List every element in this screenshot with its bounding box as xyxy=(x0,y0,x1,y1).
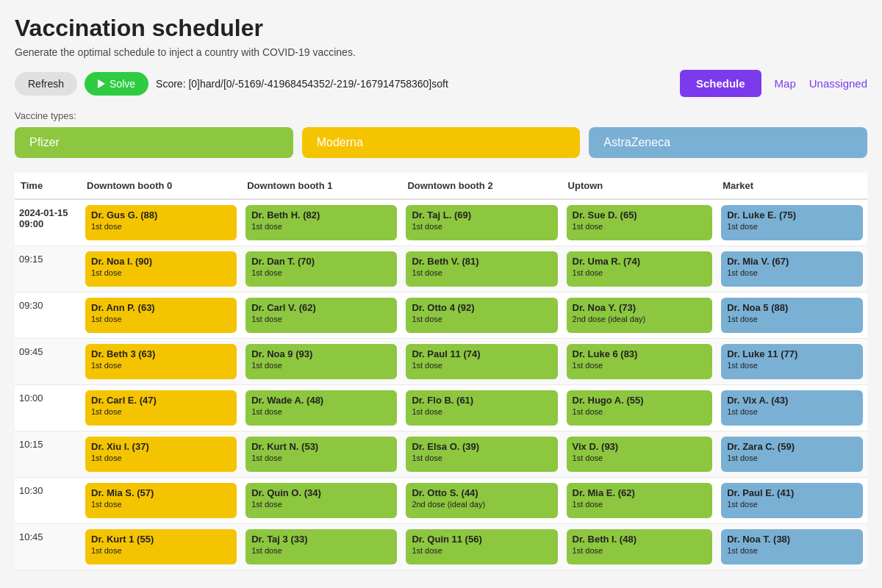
appointment-card[interactable]: Dr. Kurt 1 (55)1st dose xyxy=(85,529,237,564)
appointment-card[interactable]: Dr. Carl V. (62)1st dose xyxy=(245,298,397,333)
patient-name: Dr. Carl V. (62) xyxy=(251,302,391,313)
dose-info: 1st dose xyxy=(573,222,707,231)
dose-info: 1st dose xyxy=(251,453,391,462)
dose-info: 2nd dose (ideal day) xyxy=(573,315,707,323)
map-button[interactable]: Map xyxy=(775,77,796,90)
appointment-card[interactable]: Dr. Quin O. (34)1st dose xyxy=(245,483,397,518)
time-cell: 10:00 xyxy=(15,385,81,431)
dose-info: 1st dose xyxy=(91,268,231,277)
table-row: 09:15Dr. Noa I. (90)1st doseDr. Dan T. (… xyxy=(15,246,867,293)
appointment-card[interactable]: Dr. Taj 3 (33)1st dose xyxy=(245,529,397,564)
appointment-cell: Vix D. (93)1st dose xyxy=(562,431,717,478)
appointment-card[interactable]: Dr. Sue D. (65)1st dose xyxy=(567,205,713,240)
dose-info: 1st dose xyxy=(251,361,391,370)
appointment-cell: Dr. Uma R. (74)1st dose xyxy=(562,246,717,293)
page-subtitle: Generate the optimal schedule to inject … xyxy=(15,46,867,58)
dose-info: 1st dose xyxy=(91,500,231,509)
appointment-card[interactable]: Dr. Paul E. (41)1st dose xyxy=(721,483,863,518)
appointment-card[interactable]: Dr. Mia E. (62)1st dose xyxy=(567,483,713,518)
appointment-card[interactable]: Dr. Taj L. (69)1st dose xyxy=(406,205,557,240)
appointment-card[interactable]: Dr. Noa I. (90)1st dose xyxy=(85,251,237,287)
appointment-cell: Dr. Mia E. (62)1st dose xyxy=(562,478,717,524)
appointment-cell: Dr. Beth V. (81)1st dose xyxy=(401,246,562,293)
appointment-card[interactable]: Dr. Luke E. (75)1st dose xyxy=(721,205,863,240)
appointment-card[interactable]: Dr. Paul 11 (74)1st dose xyxy=(406,344,557,379)
appointment-card[interactable]: Dr. Noa T. (38)1st dose xyxy=(721,529,863,564)
table-row: 10:15Dr. Xiu I. (37)1st doseDr. Kurt N. … xyxy=(15,431,867,478)
appointment-cell: Dr. Noa 9 (93)1st dose xyxy=(241,339,401,385)
appointment-card[interactable]: Vix D. (93)1st dose xyxy=(567,437,713,472)
dose-info: 1st dose xyxy=(91,407,231,416)
col-time: Time xyxy=(15,173,81,199)
patient-name: Vix D. (93) xyxy=(573,441,707,452)
appointment-card[interactable]: Dr. Vix A. (43)1st dose xyxy=(721,390,863,426)
dose-info: 1st dose xyxy=(573,407,707,416)
appointment-card[interactable]: Dr. Luke 6 (83)1st dose xyxy=(567,344,713,379)
appointment-card[interactable]: Dr. Flo B. (61)1st dose xyxy=(406,390,557,426)
appointment-cell: Dr. Luke 11 (77)1st dose xyxy=(717,339,867,385)
appointment-card[interactable]: Dr. Beth V. (81)1st dose xyxy=(406,251,557,287)
appointment-cell: Dr. Taj L. (69)1st dose xyxy=(401,199,562,246)
table-header-row: Time Downtown booth 0 Downtown booth 1 D… xyxy=(15,173,867,199)
appointment-card[interactable]: Dr. Quin 11 (56)1st dose xyxy=(406,529,557,564)
appointment-card[interactable]: Dr. Zara C. (59)1st dose xyxy=(721,437,863,472)
patient-name: Dr. Mia S. (57) xyxy=(91,487,231,498)
schedule-table: Time Downtown booth 0 Downtown booth 1 D… xyxy=(15,173,867,570)
appointment-card[interactable]: Dr. Kurt N. (53)1st dose xyxy=(245,437,397,472)
appointment-cell: Dr. Noa Y. (73)2nd dose (ideal day) xyxy=(562,293,717,339)
appointment-card[interactable]: Dr. Wade A. (48)1st dose xyxy=(245,390,397,426)
time-cell: 2024-01-15 09:00 xyxy=(15,199,81,246)
appointment-cell: Dr. Quin 11 (56)1st dose xyxy=(401,524,562,570)
patient-name: Dr. Kurt N. (53) xyxy=(251,441,391,452)
appointment-cell: Dr. Beth H. (82)1st dose xyxy=(241,199,401,246)
patient-name: Dr. Beth V. (81) xyxy=(412,256,551,267)
solve-button[interactable]: Solve xyxy=(85,72,148,96)
appointment-card[interactable]: Dr. Xiu I. (37)1st dose xyxy=(85,437,237,472)
appointment-cell: Dr. Sue D. (65)1st dose xyxy=(562,199,717,246)
unassigned-button[interactable]: Unassigned xyxy=(809,77,867,90)
appointment-card[interactable]: Dr. Gus G. (88)1st dose xyxy=(85,205,237,240)
appointment-cell: Dr. Mia S. (57)1st dose xyxy=(81,478,241,524)
appointment-card[interactable]: Dr. Noa Y. (73)2nd dose (ideal day) xyxy=(567,298,713,333)
appointment-card[interactable]: Dr. Beth 3 (63)1st dose xyxy=(85,344,237,379)
vaccine-astrazeneca: AstraZeneca xyxy=(589,127,867,158)
dose-info: 1st dose xyxy=(727,453,857,462)
appointment-card[interactable]: Dr. Beth I. (48)1st dose xyxy=(567,529,713,564)
appointment-cell: Dr. Kurt 1 (55)1st dose xyxy=(81,524,241,570)
appointment-cell: Dr. Xiu I. (37)1st dose xyxy=(81,431,241,478)
patient-name: Dr. Beth H. (82) xyxy=(251,209,391,220)
appointment-card[interactable]: Dr. Luke 11 (77)1st dose xyxy=(721,344,863,379)
patient-name: Dr. Beth I. (48) xyxy=(573,534,707,545)
col-downtown0: Downtown booth 0 xyxy=(81,173,241,199)
appointment-card[interactable]: Dr. Uma R. (74)1st dose xyxy=(567,251,713,287)
schedule-button[interactable]: Schedule xyxy=(680,70,761,97)
appointment-cell: Dr. Otto 4 (92)1st dose xyxy=(401,293,562,339)
time-cell: 09:45 xyxy=(15,339,81,385)
appointment-card[interactable]: Dr. Beth H. (82)1st dose xyxy=(245,205,397,240)
patient-name: Dr. Luke 11 (77) xyxy=(727,348,857,359)
appointment-card[interactable]: Dr. Otto S. (44)2nd dose (ideal day) xyxy=(406,483,557,518)
appointment-card[interactable]: Dr. Mia V. (67)1st dose xyxy=(721,251,863,287)
appointment-card[interactable]: Dr. Noa 5 (88)1st dose xyxy=(721,298,863,333)
appointment-card[interactable]: Dr. Hugo A. (55)1st dose xyxy=(567,390,713,426)
refresh-button[interactable]: Refresh xyxy=(15,72,77,96)
appointment-card[interactable]: Dr. Mia S. (57)1st dose xyxy=(85,483,237,518)
appointment-card[interactable]: Dr. Otto 4 (92)1st dose xyxy=(406,298,557,333)
patient-name: Dr. Wade A. (48) xyxy=(251,395,391,406)
appointment-card[interactable]: Dr. Dan T. (70)1st dose xyxy=(245,251,397,287)
appointment-card[interactable]: Dr. Noa 9 (93)1st dose xyxy=(245,344,397,379)
patient-name: Dr. Noa 9 (93) xyxy=(251,348,391,359)
appointment-card[interactable]: Dr. Carl E. (47)1st dose xyxy=(85,390,237,426)
dose-info: 1st dose xyxy=(573,268,707,277)
appointment-cell: Dr. Hugo A. (55)1st dose xyxy=(562,385,717,431)
appointment-card[interactable]: Dr. Ann P. (63)1st dose xyxy=(85,298,237,333)
appointment-cell: Dr. Mia V. (67)1st dose xyxy=(717,246,867,293)
patient-name: Dr. Kurt 1 (55) xyxy=(91,534,231,545)
patient-name: Dr. Otto S. (44) xyxy=(412,487,551,498)
patient-name: Dr. Noa T. (38) xyxy=(727,534,857,545)
patient-name: Dr. Flo B. (61) xyxy=(412,395,551,406)
patient-name: Dr. Otto 4 (92) xyxy=(412,302,551,313)
appointment-card[interactable]: Dr. Elsa O. (39)1st dose xyxy=(406,437,557,472)
appointment-cell: Dr. Wade A. (48)1st dose xyxy=(241,385,401,431)
appointment-cell: Dr. Otto S. (44)2nd dose (ideal day) xyxy=(401,478,562,524)
